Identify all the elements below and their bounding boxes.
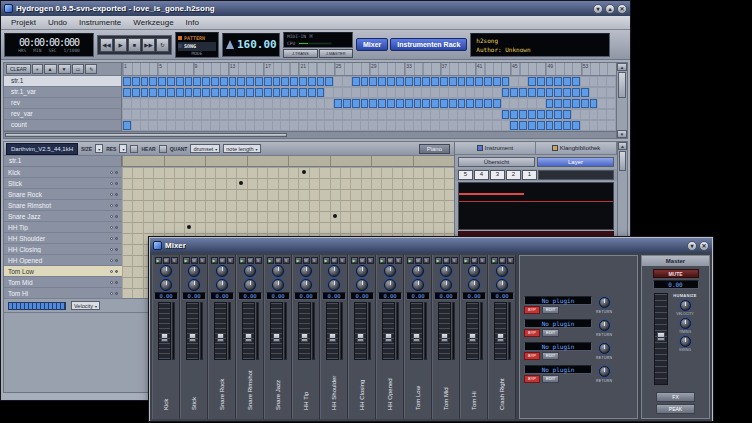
channel-name[interactable]: HH Opened (387, 362, 393, 410)
fx-send-knob[interactable] (328, 279, 340, 291)
song-grid-cell[interactable] (590, 77, 598, 86)
song-grid-cell[interactable] (607, 88, 615, 97)
song-grid-cell[interactable] (237, 77, 245, 86)
fader-handle[interactable] (441, 333, 448, 342)
mute-button[interactable]: M (331, 257, 338, 264)
song-grid-cell[interactable] (396, 99, 404, 108)
song-grid-cell[interactable] (466, 77, 474, 86)
song-grid-cell[interactable] (211, 110, 219, 119)
instrument-row[interactable]: HH Closing (4, 244, 122, 255)
song-grid-cell[interactable] (590, 110, 598, 119)
instrument-name[interactable]: HH Opened (8, 257, 108, 264)
fx-send-knob[interactable] (188, 279, 200, 291)
solo-led[interactable] (115, 281, 118, 284)
song-grid-cell[interactable] (211, 77, 219, 86)
song-grid-cell[interactable] (449, 110, 457, 119)
layer-number-button[interactable]: 1 (522, 170, 537, 180)
property-combo[interactable]: Velocity (71, 301, 100, 310)
solo-button[interactable]: S (367, 257, 374, 264)
instrument-rack-toggle-button[interactable]: Instrumenten Rack (390, 38, 467, 51)
song-grid-cell[interactable] (361, 99, 369, 108)
instrument-name[interactable]: Tom Hi (8, 290, 108, 297)
song-grid-cell[interactable] (572, 121, 580, 130)
move-up-button[interactable]: ▲ (44, 64, 57, 74)
song-grid-cell[interactable] (484, 77, 492, 86)
close-button[interactable]: ✕ (699, 241, 709, 251)
song-grid-cell[interactable] (141, 110, 149, 119)
song-grid-cell[interactable] (572, 77, 580, 86)
song-grid-cell[interactable] (132, 77, 140, 86)
solo-button[interactable]: S (283, 257, 290, 264)
song-grid-cell[interactable] (317, 88, 325, 97)
fader-handle[interactable] (189, 333, 196, 342)
select-mode-button[interactable]: ▭ (72, 64, 85, 74)
song-grid-cell[interactable] (431, 77, 439, 86)
fx-edit-button[interactable]: EDIT (542, 375, 559, 383)
song-grid-cell[interactable] (510, 77, 518, 86)
song-grid-cell[interactable] (493, 77, 501, 86)
song-grid-cell[interactable] (149, 121, 157, 130)
mute-button[interactable]: M (303, 257, 310, 264)
song-grid-cell[interactable] (466, 110, 474, 119)
song-grid-cell[interactable] (237, 88, 245, 97)
song-grid-cell[interactable] (484, 88, 492, 97)
mute-led[interactable] (110, 182, 113, 185)
song-grid-cell[interactable] (325, 110, 333, 119)
song-grid-cell[interactable] (502, 110, 510, 119)
song-grid-cell[interactable] (414, 88, 422, 97)
song-grid-cell[interactable] (317, 121, 325, 130)
song-grid-cell[interactable] (563, 121, 571, 130)
song-grid-cell[interactable] (537, 99, 545, 108)
pan-knob[interactable] (300, 265, 312, 277)
pattern-name[interactable]: rev (4, 98, 122, 109)
song-grid-cell[interactable] (449, 121, 457, 130)
fx-send-knob[interactable] (160, 279, 172, 291)
song-grid-cell[interactable] (211, 121, 219, 130)
channel-name[interactable]: HH Closing (359, 362, 365, 410)
song-grid-cell[interactable] (581, 110, 589, 119)
fx-send-knob[interactable] (496, 279, 508, 291)
instrument-row[interactable]: HH Shoulder (4, 233, 122, 244)
song-grid-cell[interactable] (176, 121, 184, 130)
new-pattern-button[interactable]: + (32, 64, 43, 74)
song-grid-cell[interactable] (202, 121, 210, 130)
song-grid-cell[interactable] (378, 99, 386, 108)
humanize-knob[interactable] (680, 318, 691, 329)
note-dot[interactable] (302, 170, 306, 174)
song-grid-cell[interactable] (167, 77, 175, 86)
song-grid-cell[interactable] (149, 110, 157, 119)
song-grid-cell[interactable] (290, 99, 298, 108)
song-grid-cell[interactable] (281, 88, 289, 97)
song-grid-cell[interactable] (141, 121, 149, 130)
layer-number-button[interactable]: 2 (506, 170, 521, 180)
song-grid-cell[interactable] (237, 121, 245, 130)
song-grid-cell[interactable] (607, 77, 615, 86)
pan-knob[interactable] (244, 265, 256, 277)
pan-knob[interactable] (216, 265, 228, 277)
fx-send-knob[interactable] (468, 279, 480, 291)
play-sample-button[interactable]: ▶ (295, 257, 302, 264)
song-grid-cell[interactable] (185, 99, 193, 108)
fader-handle[interactable] (273, 333, 280, 342)
song-grid-cell[interactable] (132, 121, 140, 130)
fx-send-knob[interactable] (412, 279, 424, 291)
volume-fader[interactable] (242, 302, 255, 360)
song-grid-cell[interactable] (167, 110, 175, 119)
song-grid-cell[interactable] (546, 99, 554, 108)
volume-fader[interactable] (214, 302, 227, 360)
mute-led[interactable] (110, 193, 113, 196)
play-sample-button[interactable]: ▶ (379, 257, 386, 264)
song-grid-cell[interactable] (519, 77, 527, 86)
song-grid-cell[interactable] (405, 99, 413, 108)
song-grid-cell[interactable] (334, 121, 342, 130)
size-combo[interactable] (95, 144, 103, 153)
quantize-toggle[interactable] (159, 145, 167, 153)
volume-fader[interactable] (326, 302, 339, 360)
song-grid-cell[interactable] (422, 99, 430, 108)
instrument-row[interactable]: HH Opened (4, 255, 122, 266)
fader-handle[interactable] (357, 333, 364, 342)
song-grid-cell[interactable] (202, 110, 210, 119)
song-grid-cell[interactable] (352, 110, 360, 119)
solo-button[interactable]: S (339, 257, 346, 264)
song-grid-cell[interactable] (229, 99, 237, 108)
